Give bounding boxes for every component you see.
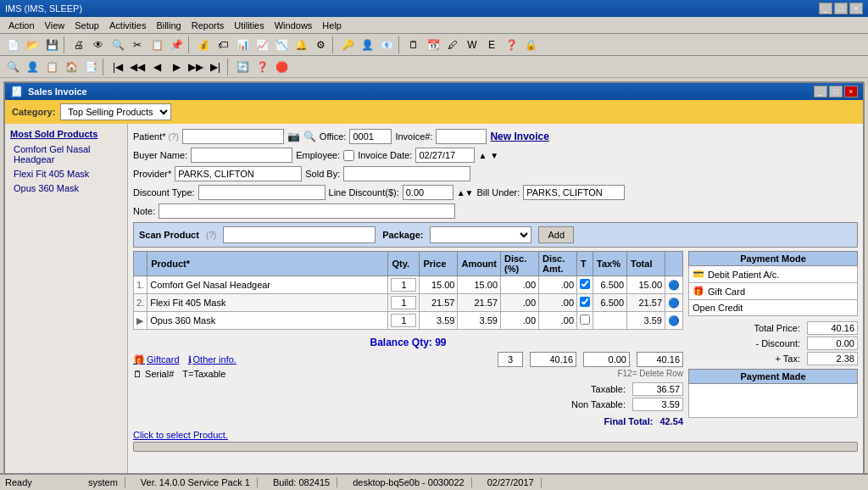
- btn15[interactable]: 👤: [358, 36, 376, 53]
- close-btn[interactable]: ×: [849, 3, 863, 14]
- open-btn[interactable]: 📂: [23, 36, 42, 53]
- menu-reports[interactable]: Reports: [186, 19, 230, 32]
- sold-by-select[interactable]: [343, 166, 470, 181]
- row-2-qty[interactable]: [388, 294, 420, 312]
- save-btn[interactable]: 💾: [42, 36, 61, 53]
- window-close[interactable]: ×: [844, 86, 858, 97]
- tb2-nav5[interactable]: ▶▶: [186, 58, 205, 75]
- new-invoice-button[interactable]: New Invoice: [490, 131, 548, 142]
- minimize-btn[interactable]: _: [819, 3, 832, 14]
- row-1-product[interactable]: Comfort Gel Nasal Headgear: [147, 276, 388, 294]
- btn11[interactable]: 📉: [272, 36, 291, 53]
- horizontal-scrollbar[interactable]: [133, 442, 858, 452]
- btn21[interactable]: E: [482, 36, 501, 53]
- btn13[interactable]: ⚙: [311, 36, 330, 53]
- tb2-btn4[interactable]: 🏠: [62, 58, 81, 75]
- preview-btn[interactable]: 👁: [89, 36, 108, 53]
- btn23[interactable]: 🔒: [521, 36, 540, 53]
- row-3-qty[interactable]: [388, 312, 420, 330]
- patient-input[interactable]: [182, 129, 284, 144]
- row-1-action[interactable]: 🔵: [665, 276, 683, 294]
- tb2-nav1[interactable]: |◀: [108, 58, 127, 75]
- office-select[interactable]: 0001: [349, 129, 392, 144]
- sidebar-product-2[interactable]: Flexi Fit 405 Mask: [10, 167, 122, 181]
- tb2-nav6[interactable]: ▶|: [206, 58, 225, 75]
- date-down-icon[interactable]: ▼: [490, 151, 498, 160]
- btn10[interactable]: 📈: [253, 36, 271, 53]
- btn14[interactable]: 🔑: [338, 36, 357, 53]
- giftcard-link[interactable]: 🎁 Giftcard: [133, 354, 180, 365]
- row-3-product[interactable]: Opus 360 Mask: [147, 312, 388, 330]
- btn17[interactable]: 🗒: [404, 36, 423, 53]
- category-select[interactable]: Top Selling Products: [60, 103, 171, 120]
- menu-activities[interactable]: Activities: [104, 19, 151, 32]
- invoice-input[interactable]: [436, 129, 487, 144]
- tb2-btn3[interactable]: 📋: [42, 58, 61, 75]
- invoice-date-input[interactable]: [415, 148, 475, 163]
- menu-billing[interactable]: Billing: [151, 19, 186, 32]
- employee-checkbox[interactable]: [343, 150, 354, 161]
- menu-utilities[interactable]: Utilities: [229, 19, 269, 32]
- print-btn[interactable]: 🖨: [70, 36, 88, 53]
- row-2-product[interactable]: Flexi Fit 405 Mask: [147, 294, 388, 312]
- btn8[interactable]: 🏷: [214, 36, 232, 53]
- menu-windows[interactable]: Windows: [270, 19, 318, 32]
- click-to-select[interactable]: Click to select Product.: [133, 430, 858, 440]
- row-1-qty[interactable]: [388, 276, 420, 294]
- tb2-nav4[interactable]: ▶: [167, 58, 186, 75]
- date-up-icon[interactable]: ▲: [478, 151, 487, 160]
- tb2-btn2[interactable]: 👤: [23, 58, 42, 75]
- package-select[interactable]: [430, 226, 531, 243]
- other-info-link[interactable]: ℹ Other info.: [188, 354, 236, 365]
- tb2-refresh[interactable]: 🔄: [233, 58, 252, 75]
- add-button[interactable]: Add: [538, 226, 574, 243]
- provider-select[interactable]: PARKS, CLIFTON: [175, 166, 302, 181]
- scan-btn[interactable]: 🔍: [108, 36, 127, 53]
- patient-search-icon[interactable]: 🔍: [303, 131, 316, 142]
- row-2-action[interactable]: 🔵: [665, 294, 683, 312]
- scan-input[interactable]: [223, 226, 376, 243]
- maximize-btn[interactable]: □: [834, 3, 848, 14]
- discount-spin-up[interactable]: ▲▼: [457, 188, 474, 198]
- menu-setup[interactable]: Setup: [70, 19, 104, 32]
- row-3-taxable[interactable]: [577, 312, 593, 330]
- total-qty-input[interactable]: [498, 352, 523, 367]
- tb2-btn1[interactable]: 🔍: [3, 58, 22, 75]
- btn6[interactable]: 📌: [167, 36, 186, 53]
- row-2-taxable[interactable]: [577, 294, 593, 312]
- tb2-btn5[interactable]: 📑: [81, 58, 100, 75]
- window-minimize[interactable]: _: [814, 86, 827, 97]
- sidebar-product-1[interactable]: Comfort Gel Nasal Headgear: [10, 142, 122, 166]
- btn12[interactable]: 🔔: [292, 36, 310, 53]
- payment-gift-card[interactable]: 🎁 Gift Card: [688, 283, 858, 300]
- menu-action[interactable]: Action: [3, 19, 40, 32]
- discount-type-select[interactable]: [198, 185, 326, 200]
- btn7[interactable]: 💰: [194, 36, 213, 53]
- btn9[interactable]: 📊: [233, 36, 252, 53]
- sidebar-product-3[interactable]: Opus 360 Mask: [10, 181, 122, 195]
- tb2-nav2[interactable]: ◀◀: [128, 58, 147, 75]
- row-1-taxable[interactable]: [577, 276, 593, 294]
- menu-view[interactable]: View: [40, 19, 70, 32]
- window-maximize[interactable]: □: [829, 86, 843, 97]
- btn18[interactable]: 📆: [424, 36, 442, 53]
- line-discount-input[interactable]: [403, 185, 453, 200]
- tb2-help[interactable]: ❓: [253, 58, 271, 75]
- payment-open-credit[interactable]: Open Credit: [688, 300, 858, 316]
- tb2-nav3[interactable]: ◀: [147, 58, 166, 75]
- btn22[interactable]: ❓: [502, 36, 520, 53]
- btn16[interactable]: 📧: [377, 36, 396, 53]
- btn19[interactable]: 🖊: [443, 36, 462, 53]
- patient-icon[interactable]: 📷: [287, 131, 300, 142]
- btn20[interactable]: W: [463, 36, 481, 53]
- btn4[interactable]: ✂: [128, 36, 147, 53]
- tb2-stop[interactable]: 🛑: [272, 58, 291, 75]
- note-input[interactable]: [159, 203, 455, 219]
- buyer-input[interactable]: [191, 148, 292, 163]
- row-3-action[interactable]: 🔵: [665, 312, 683, 330]
- new-btn[interactable]: 📄: [3, 36, 22, 53]
- btn5[interactable]: 📋: [147, 36, 166, 53]
- payment-debit[interactable]: 💳 Debit Patient A/c.: [688, 266, 858, 283]
- menu-help[interactable]: Help: [317, 19, 347, 32]
- bill-under-input[interactable]: [523, 185, 625, 200]
